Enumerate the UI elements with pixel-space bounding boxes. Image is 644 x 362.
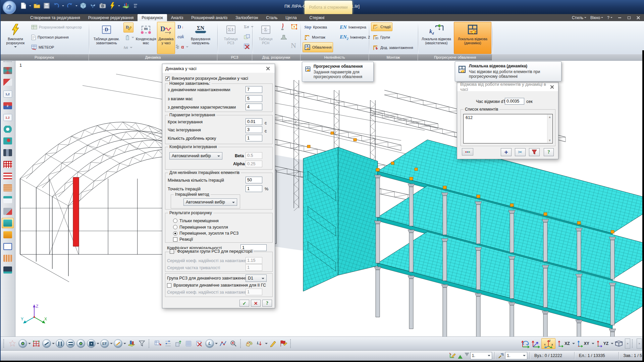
close-button[interactable] [635,15,642,20]
element-numbers-icon[interactable]: 2 [2,101,14,111]
increase-icon[interactable] [458,353,463,359]
l-filter-icon[interactable]: L [205,338,215,349]
polyfilter-icon[interactable] [7,338,17,349]
filter-button[interactable] [529,148,540,156]
tab-bars[interactable]: Стержні [306,14,329,21]
dimensions-icon[interactable] [2,136,14,146]
minimize-button[interactable] [616,15,623,20]
toolbar-grip[interactable] [240,339,243,348]
decrease-icon[interactable] [465,353,469,359]
meteor-button[interactable]: МЕТЕОР [30,43,56,52]
grid-select-icon[interactable] [86,338,96,349]
panel-icon[interactable] [2,194,14,205]
execute-dynamics-checkbox[interactable] [165,76,170,81]
rotate-model-icon[interactable] [2,124,14,134]
elements-list[interactable]: 612 ▲▼ [463,114,553,143]
node-area-button[interactable] [289,22,299,31]
toolbar-grip[interactable] [290,339,292,348]
node-select-caret[interactable] [28,343,31,346]
collapse-button[interactable]: Обвалення [303,42,333,52]
xz-projection-button[interactable]: XZ [556,338,572,349]
xy-projection-button[interactable]: XY [575,338,591,349]
ok-button[interactable] [239,300,249,307]
iteration-accuracy-input[interactable] [246,185,262,192]
horizontal-elements-icon[interactable] [65,338,75,349]
range-button[interactable] [462,148,473,156]
tab-analysis[interactable]: Аналіз [167,14,187,21]
dynamic-loads-table-button[interactable]: D Таблиця динам. завантажень [90,22,123,54]
node-numbers-icon[interactable]: 1,2 [2,89,14,99]
rsz-history-checkbox[interactable] [170,249,174,254]
cut-element-button[interactable] [515,148,526,156]
tab-creation[interactable]: Створення та редагування [26,14,84,21]
ep-params-icon[interactable] [2,147,14,158]
local-failure-dynamic-button[interactable]: Локальна відмова (динаміка) [454,22,491,54]
load-case-combo[interactable]: 1. [470,352,492,359]
brick-wall-icon[interactable] [2,183,14,193]
yz-caret[interactable] [611,343,613,346]
xz-caret[interactable] [572,343,575,346]
load-arrow-icon[interactable]: L [255,338,265,349]
iteration-method-combo[interactable]: Автоматичний вибір [183,198,237,206]
sigma-s-button[interactable]: Σσ [242,22,255,31]
run-calculation-button[interactable]: Виконати розрахунок [3,22,28,54]
integration-time-input[interactable] [246,126,262,133]
node-grid-icon[interactable] [163,338,173,349]
node-move-icon[interactable] [448,350,457,361]
cancel-button[interactable] [251,300,261,307]
stages-button[interactable]: Стадії [371,22,392,31]
dynamic-load-gc-checkbox[interactable] [167,283,171,288]
foundation-button[interactable] [278,33,289,42]
mesh-icon[interactable] [2,159,14,170]
en-engineering-button[interactable]: EN Інженерна [338,23,368,32]
mode-combo[interactable]: 1. [505,352,527,359]
dynamics-in-time-button[interactable]: Dt Динаміка у часі [157,22,175,54]
grid-select-caret[interactable] [97,343,99,346]
tab-advanced-editing[interactable]: Розширене редагування [84,14,138,21]
stress-account-button[interactable]: ΣN Врахування напружень [185,22,216,54]
plate-icon[interactable] [2,230,14,240]
white-panel-icon[interactable] [2,241,14,252]
en2-engineering-button[interactable]: EN2 Інженерн. 2 [338,33,372,42]
solid-view-icon[interactable] [2,218,14,228]
solution-protocol-button[interactable]: Протокол рішення [30,33,70,42]
l-filter-caret[interactable] [215,343,218,346]
polyline-icon[interactable] [218,338,228,349]
restore-button[interactable] [625,15,633,20]
rsz-delete-button[interactable] [242,42,252,51]
list-scrollbar[interactable]: ▲▼ [547,115,552,143]
building-grid-icon[interactable] [184,338,194,349]
pencil-icon[interactable] [268,338,278,349]
flag-pencil-icon[interactable] [278,338,288,349]
palette-icon[interactable] [244,338,254,349]
failure-time-input[interactable] [505,98,524,105]
style-menu[interactable]: Стиль [571,15,588,20]
groups-button[interactable]: Групи [371,33,392,42]
additional-load-button[interactable]: Дод. завантаження [371,43,415,52]
build-tool-icon[interactable] [497,350,505,361]
vertical-elements-icon[interactable] [55,338,65,349]
zoom-clear-icon[interactable] [228,338,238,349]
presentation-icon[interactable] [2,265,14,275]
help-button[interactable] [262,300,272,307]
filter-funnel-icon[interactable] [137,338,147,349]
projection-table-icon[interactable] [614,338,624,349]
mesh-nodes-icon[interactable] [31,338,41,349]
flag-select-icon[interactable] [153,338,163,349]
local-axes-icon[interactable]: 1.2 [2,112,14,123]
rsz-group-combo[interactable]: D1 [246,275,267,282]
toolbar-grip[interactable] [632,339,634,348]
step-nonlinear-button[interactable]: Step Крокова [303,23,329,32]
n-force-button[interactable]: N [289,41,298,50]
reactions-checkbox[interactable] [173,237,177,242]
montage-nonlinear-button[interactable]: Монтаж [303,33,327,42]
element-select-icon[interactable] [42,338,52,349]
results-mode-icon[interactable] [2,77,14,87]
ef-filter-caret[interactable] [110,343,113,346]
help2-button[interactable] [544,148,554,156]
pile-calc-button[interactable] [278,22,287,31]
damping-input[interactable] [246,104,262,110]
load-arrow-caret[interactable] [265,343,268,346]
radio-displacements-only[interactable] [173,219,177,223]
radio-displacements-forces[interactable] [173,225,177,229]
